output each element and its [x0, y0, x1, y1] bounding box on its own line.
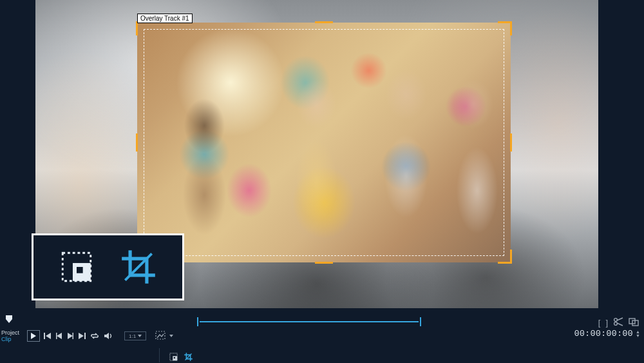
go-to-start-icon[interactable] — [44, 333, 52, 339]
snapshot-or-expand-icon[interactable] — [629, 317, 639, 328]
control-bar: [ ] Project Clip 1:1 — [0, 308, 644, 363]
mark-in-button[interactable]: [ — [598, 318, 601, 328]
mode-clip-label[interactable]: Clip — [1, 336, 27, 342]
toolbar-divider — [159, 348, 160, 362]
overlay-track-label: Overlay Track #1 — [137, 14, 193, 23]
svg-rect-10 — [73, 333, 74, 339]
resize-icon — [58, 248, 95, 286]
mark-out-button[interactable]: ] — [605, 318, 608, 328]
repeat-icon[interactable] — [90, 333, 99, 339]
crop-mode-button[interactable] — [184, 352, 193, 363]
volume-icon[interactable] — [104, 332, 113, 340]
next-frame-icon[interactable] — [67, 333, 73, 339]
play-button[interactable] — [27, 330, 40, 342]
mode-project-label[interactable]: Project — [1, 329, 27, 336]
timecode-spinner[interactable]: ▲ ▼ — [636, 330, 640, 338]
playhead-marker-icon[interactable] — [5, 315, 13, 325]
playback-mode-toggle[interactable]: Project Clip — [0, 329, 27, 342]
aspect-ratio-label: 1:1 — [129, 333, 136, 339]
svg-point-4 — [614, 319, 618, 322]
svg-rect-8 — [44, 333, 45, 339]
overlay-clip[interactable] — [137, 23, 511, 262]
transport-row: Project Clip 1:1 — [0, 328, 644, 344]
spinner-down-icon[interactable]: ▼ — [636, 334, 640, 338]
timecode-display[interactable]: 00:00:00:00 — [574, 329, 633, 338]
trim-range-bar[interactable] — [200, 321, 419, 322]
svg-rect-11 — [84, 333, 86, 339]
scrub-row: [ ] — [0, 312, 644, 325]
split-clip-icon[interactable] — [613, 317, 623, 328]
svg-rect-2 — [77, 267, 83, 273]
callout-zoom-panel — [32, 233, 184, 300]
go-to-end-icon[interactable] — [78, 333, 86, 339]
prev-frame-icon[interactable] — [56, 333, 62, 339]
svg-rect-15 — [174, 357, 175, 358]
crop-icon — [118, 247, 158, 287]
svg-rect-9 — [56, 333, 57, 339]
chevron-down-icon — [138, 335, 142, 337]
svg-point-5 — [614, 322, 618, 326]
